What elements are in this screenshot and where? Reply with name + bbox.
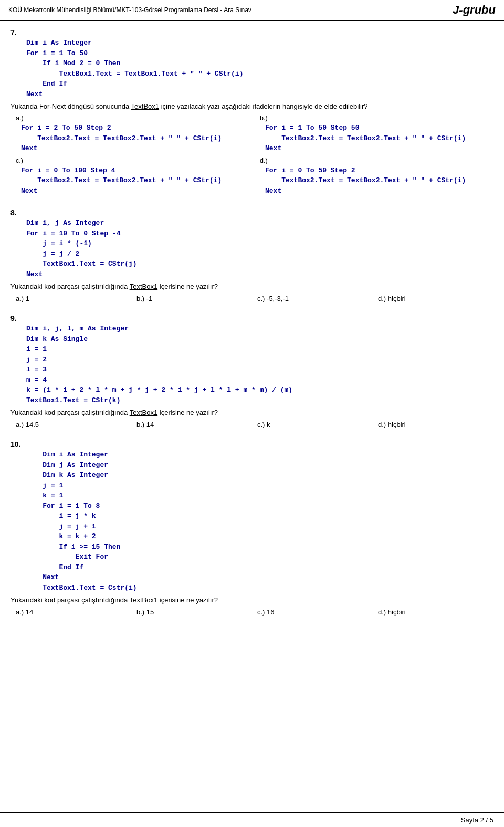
q10-answer-a: a.) 14 — [10, 608, 131, 616]
page-info: Sayfa 2 / 5 — [461, 816, 494, 824]
q9-textbox-ref: TextBox1 — [130, 409, 158, 416]
q8-textbox-ref: TextBox1 — [130, 282, 158, 290]
q7-option-c: c.) For i = 0 To 100 Step 4 TextBox2.Tex… — [16, 157, 249, 197]
question-8: 8. Dim i, j As Integer For i = 10 To 0 S… — [10, 208, 494, 302]
q10-answer-b: b.) 15 — [131, 608, 252, 616]
q7-number: 7. — [10, 28, 17, 37]
q9-text: Yukarıdaki kod parçası çalıştırıldığında… — [10, 409, 494, 416]
q8-text: Yukarıdaki kod parçası çalıştırıldığında… — [10, 282, 494, 290]
q10-textbox-ref: TextBox1 — [130, 596, 158, 604]
q10-answer-d: d.) hiçbiri — [373, 608, 494, 616]
q7-code: Dim i As Integer For i = 1 To 50 If i Mo… — [26, 38, 494, 99]
q8-answer-a: a.) 1 — [10, 295, 131, 302]
header-title: KOÜ Mekatronik Mühendisliği Bölümü/MKT-1… — [8, 6, 251, 14]
q9-answer-d: d.) hiçbiri — [373, 421, 494, 428]
q8-code: Dim i, j As Integer For i = 10 To 0 Step… — [26, 218, 494, 279]
q8-number: 8. — [10, 208, 17, 217]
q10-code: Dim i As Integer Dim j As Integer Dim k … — [26, 449, 494, 593]
q9-code: Dim i, j, l, m As Integer Dim k As Singl… — [26, 323, 494, 405]
q7-option-a: a.) For i = 2 To 50 Step 2 TextBox2.Text… — [16, 114, 249, 155]
q8-answer-c: c.) -5,-3,-1 — [252, 295, 373, 302]
q10-text: Yukarıdaki kod parçası çalıştırıldığında… — [10, 596, 494, 604]
q9-answer-c: c.) k — [252, 421, 373, 428]
q8-answer-b: b.) -1 — [131, 295, 252, 302]
q10-answers: a.) 14 b.) 15 c.) 16 d.) hiçbiri — [10, 608, 494, 616]
q9-answer-b: b.) 14 — [131, 421, 252, 428]
q9-number: 9. — [10, 314, 17, 322]
question-9: 9. Dim i, j, l, m As Integer Dim k As Si… — [10, 314, 494, 428]
question-10: 10. Dim i As Integer Dim j As Integer Di… — [10, 440, 494, 616]
q10-answer-c: c.) 16 — [252, 608, 373, 616]
question-7: 7. Dim i As Integer For i = 1 To 50 If i… — [10, 28, 494, 197]
q7-option-b: b.) For i = 1 To 50 Step 50 TextBox2.Tex… — [260, 114, 494, 155]
q9-answers: a.) 14.5 b.) 14 c.) k d.) hiçbiri — [10, 421, 494, 428]
q7-option-d: d.) For i = 0 To 50 Step 2 TextBox2.Text… — [260, 157, 494, 197]
content: 7. Dim i As Integer For i = 1 To 50 If i… — [0, 21, 504, 638]
header-logo: J-grubu — [453, 3, 496, 17]
q9-answer-a: a.) 14.5 — [10, 421, 131, 428]
q10-number: 10. — [10, 440, 20, 448]
q7-text: Yukarıda For-Next döngüsü sonucunda Text… — [10, 102, 494, 110]
header: KOÜ Mekatronik Mühendisliği Bölümü/MKT-1… — [0, 0, 504, 21]
q8-answers: a.) 1 b.) -1 c.) -5,-3,-1 d.) hiçbiri — [10, 295, 494, 302]
q8-answer-d: d.) hiçbiri — [373, 295, 494, 302]
footer: Sayfa 2 / 5 — [0, 812, 504, 827]
q7-textbox-ref: TextBox1 — [131, 102, 159, 110]
q7-options: a.) For i = 2 To 50 Step 2 TextBox2.Text… — [16, 114, 494, 197]
